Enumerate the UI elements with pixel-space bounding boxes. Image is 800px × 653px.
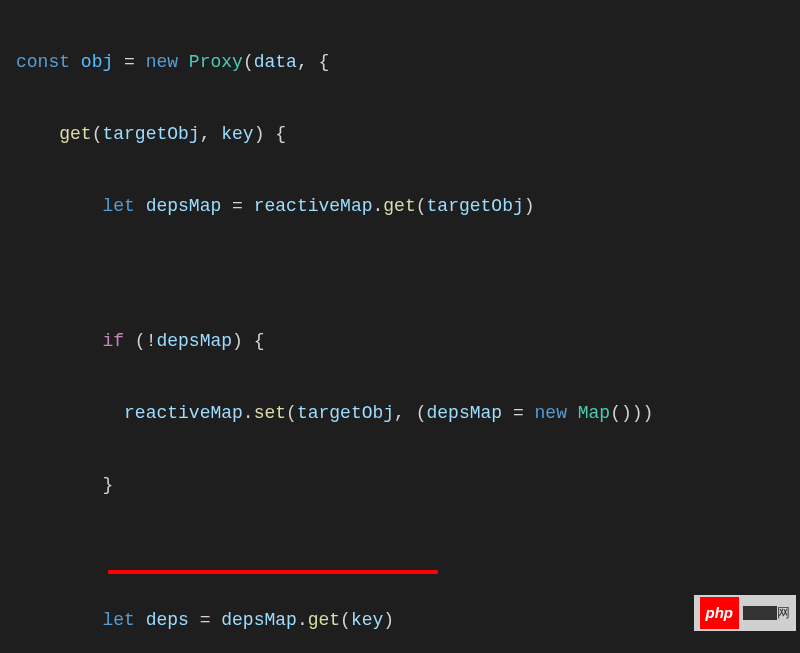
var-data: data — [254, 52, 297, 72]
watermark-text: 网 — [743, 600, 790, 626]
watermark: php 网 — [694, 595, 797, 631]
keyword-if: if — [102, 331, 124, 351]
code-line-3: let depsMap = reactiveMap.get(targetObj) — [16, 188, 784, 224]
code-line-4 — [16, 260, 784, 287]
code-editor: const obj = new Proxy(data, { get(target… — [16, 8, 784, 653]
keyword-const: const — [16, 52, 70, 72]
code-line-8 — [16, 539, 784, 566]
keyword-let: let — [102, 196, 134, 216]
var-deps: deps — [146, 610, 189, 630]
code-line-5: if (!depsMap) { — [16, 323, 784, 359]
param-targetObj: targetObj — [102, 124, 199, 144]
method-get: get — [383, 196, 415, 216]
param-key: key — [221, 124, 253, 144]
var-depsMap: depsMap — [146, 196, 222, 216]
watermark-logo: php — [700, 597, 740, 629]
var-obj: obj — [81, 52, 113, 72]
var-reactiveMap: reactiveMap — [254, 196, 373, 216]
code-line-1: const obj = new Proxy(data, { — [16, 44, 784, 80]
code-line-2: get(targetObj, key) { — [16, 116, 784, 152]
method-get: get — [59, 124, 91, 144]
method-set: set — [254, 403, 286, 423]
code-line-7: } — [16, 467, 784, 503]
keyword-new: new — [146, 52, 178, 72]
redacted-icon — [743, 606, 777, 620]
code-line-9: let deps = depsMap.get(key) — [16, 602, 784, 638]
highlight-underline — [108, 570, 438, 574]
code-line-6: reactiveMap.set(targetObj, (depsMap = ne… — [16, 395, 784, 431]
class-map: Map — [578, 403, 610, 423]
class-proxy: Proxy — [189, 52, 243, 72]
